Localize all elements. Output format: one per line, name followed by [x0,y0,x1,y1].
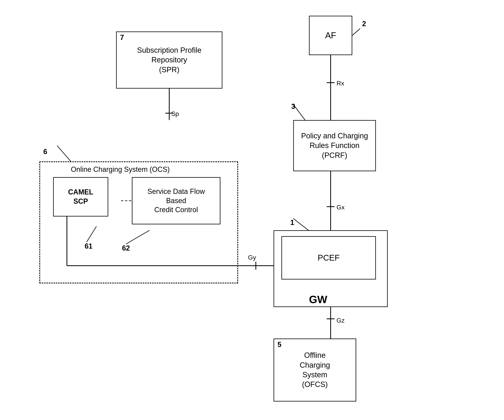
sdf-cc-box: Service Data FlowBasedCredit Control [132,177,220,224]
spr-number: 7 [120,33,124,42]
af-label: AF [325,30,336,41]
spr-box: Subscription ProfileRepository(SPR) [116,31,222,89]
camel-scp-number: 61 [85,242,92,250]
diagram: Subscription ProfileRepository(SPR) 7 AF… [0,0,504,420]
svg-line-16 [57,146,71,161]
ofcs-number: 5 [277,341,282,349]
sdf-cc-label: Service Data FlowBasedCredit Control [147,187,205,215]
spr-label: Subscription ProfileRepository(SPR) [137,45,201,75]
gx-label: Gx [336,204,345,211]
pcrf-label: Policy and ChargingRules Function(PCRF) [301,131,368,160]
camel-scp-box: CAMELSCP [53,177,108,216]
af-box: AF [309,16,352,55]
ofcs-label: OfflineChargingSystem(OFCS) [300,351,330,390]
ocs-number: 6 [43,148,47,156]
gz-label: Gz [336,317,345,324]
rx-label: Rx [336,80,344,87]
sp-label: Sp [171,110,179,118]
pcrf-number: 3 [291,102,295,111]
ofcs-box: OfflineChargingSystem(OFCS) [274,338,356,402]
ocs-label: Online Charging System (OCS) [71,165,170,174]
gw-number: 1 [290,218,294,227]
af-number: 2 [362,20,366,28]
svg-line-14 [352,29,360,36]
pcef-label: PCEF [318,252,340,263]
gw-label: GW [309,293,327,306]
sdf-cc-number: 62 [122,244,130,252]
pcrf-box: Policy and ChargingRules Function(PCRF) [293,120,376,171]
camel-scp-label: CAMELSCP [68,188,93,206]
gy-label: Gy [248,254,256,261]
pcef-box: PCEF [282,236,376,279]
